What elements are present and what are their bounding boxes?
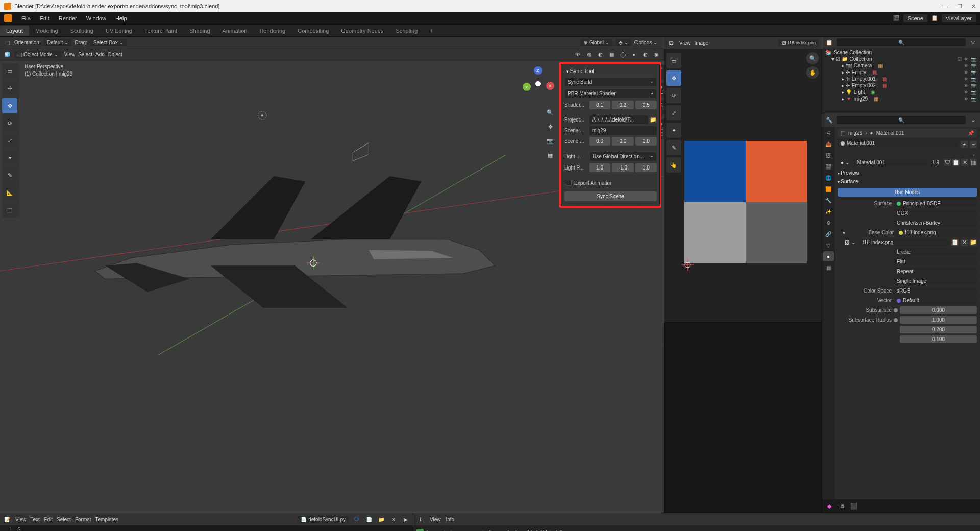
img-tool-sample[interactable]: ▭ xyxy=(666,53,681,68)
blender-logo-icon[interactable] xyxy=(4,14,12,22)
window-close-icon[interactable]: ✕ xyxy=(971,3,976,10)
tex-open[interactable]: 📁 xyxy=(970,239,977,246)
drag-tool-dropdown[interactable]: Select Box ⌄ xyxy=(90,39,127,46)
light-val-2[interactable]: 1.0 xyxy=(635,163,657,172)
menu-edit[interactable]: Edit xyxy=(36,14,54,23)
image-editor-type-icon[interactable]: 🖼 xyxy=(667,39,675,47)
material-name-field[interactable]: Material.001 xyxy=(854,159,927,166)
img-tool-smudge[interactable]: 👆 xyxy=(666,157,681,173)
material-unlink[interactable]: ✕ xyxy=(961,159,968,166)
vp-menu-add[interactable]: Add xyxy=(95,52,105,57)
material-new[interactable]: ▥ xyxy=(970,159,977,166)
img-zoom-icon[interactable]: 🔍 xyxy=(806,52,819,64)
tab-modeling[interactable]: Modeling xyxy=(29,26,64,36)
info-editor-type-icon[interactable]: ℹ xyxy=(416,515,425,523)
text-editor-type-icon[interactable]: 📝 xyxy=(3,515,11,523)
tool-scale[interactable]: ⤢ xyxy=(2,133,17,148)
register-toggle-icon[interactable]: 🛡 xyxy=(353,515,361,523)
view-layer-selector[interactable]: ViewLayer xyxy=(942,14,976,22)
scene-name-field[interactable]: mig29 xyxy=(589,126,657,135)
tool-transform[interactable]: ✦ xyxy=(2,150,17,165)
snap-toggle[interactable]: ⬘ ⌄ xyxy=(616,39,631,46)
color-space-dropdown[interactable]: sRGB xyxy=(894,287,977,295)
export-animation-checkbox[interactable]: Export Animation xyxy=(564,178,657,187)
ptab-physics[interactable]: ⚙ xyxy=(823,218,834,228)
ptab-object[interactable]: 🟧 xyxy=(823,184,834,194)
light-val-0[interactable]: 1.0 xyxy=(589,163,610,172)
sync-scene-button[interactable]: Sync Scene xyxy=(564,191,657,201)
sync-shader-dropdown[interactable]: PBR Material Shader xyxy=(564,89,657,99)
outliner-empty-001[interactable]: ▸ ✛ Empty.001▦👁 📷 xyxy=(824,76,978,82)
persp-toggle-icon[interactable]: ▦ xyxy=(544,149,556,161)
vp-menu-select[interactable]: Select xyxy=(78,52,92,57)
tex-users[interactable]: 📋 xyxy=(951,239,959,246)
scene-val-0[interactable]: 0.0 xyxy=(589,137,610,146)
tab-geometry-nodes[interactable]: Geometry Nodes xyxy=(335,26,389,36)
ptab-world[interactable]: 🌐 xyxy=(823,173,834,183)
tool-add-cube[interactable]: ⬚ xyxy=(2,202,17,218)
img-tool-move[interactable]: ✥ xyxy=(666,70,681,86)
tab-layout[interactable]: Layout xyxy=(0,26,29,36)
text-unlink-icon[interactable]: ✕ xyxy=(389,515,398,523)
material-browse[interactable]: ● ⌄ xyxy=(838,159,852,166)
base-color-input[interactable]: f18-index.png xyxy=(896,229,977,236)
outliner-type-icon[interactable]: 📋 xyxy=(825,38,834,46)
tool-move[interactable]: ✥ xyxy=(2,98,17,113)
shading-rendered-icon[interactable]: ◉ xyxy=(652,51,660,59)
footer-icon-1[interactable]: ◆ xyxy=(825,502,834,510)
viewport-3d[interactable]: ▭ ✛ ✥ ⟳ ⤢ ✦ ✎ 📐 ⬚ User Perspective (1) C… xyxy=(0,60,664,513)
material-slot[interactable]: Material.001 xyxy=(838,139,959,147)
sync-build-dropdown[interactable]: Sync Build xyxy=(564,77,657,87)
window-maximize-icon[interactable]: ☐ xyxy=(957,3,962,10)
ptab-material[interactable]: ● xyxy=(823,251,834,261)
ssr-value-1[interactable]: 0.200 xyxy=(900,326,977,333)
preview-section[interactable]: Preview xyxy=(838,168,977,177)
info-menu-info[interactable]: Info xyxy=(446,517,455,522)
outliner-camera[interactable]: ▸ 📷 Camera▦👁 📷 xyxy=(824,62,978,69)
text-editor-body[interactable]: 12345678910111213 S # ------------------… xyxy=(0,525,413,531)
scene-val-1[interactable]: 0.0 xyxy=(612,137,633,146)
camera-view-icon[interactable]: 📷 xyxy=(544,135,556,147)
scene-val-2[interactable]: 0.0 xyxy=(635,137,657,146)
outliner-search[interactable]: 🔍 xyxy=(837,38,966,46)
tab-add[interactable]: + xyxy=(424,26,439,36)
ptab-texture[interactable]: ▦ xyxy=(823,262,834,273)
img-menu-image[interactable]: Image xyxy=(695,40,709,46)
source-dropdown[interactable]: Single Image xyxy=(894,277,977,285)
overlay-toggle-icon[interactable]: ◐ xyxy=(596,51,604,59)
header-options[interactable]: Options ⌄ xyxy=(634,40,660,45)
menu-file[interactable]: File xyxy=(17,14,35,23)
ptab-particle[interactable]: ✨ xyxy=(823,206,834,216)
text-new-icon[interactable]: 📄 xyxy=(365,515,373,523)
shader-val-0[interactable]: 0.1 xyxy=(589,101,610,109)
ptab-viewlayer[interactable]: 🖼 xyxy=(823,150,834,160)
distribution-dropdown[interactable]: GGX xyxy=(894,209,977,217)
img-tool-annotate[interactable]: ✎ xyxy=(666,140,681,155)
img-menu-view[interactable]: View xyxy=(679,40,691,46)
shader-val-2[interactable]: 0.5 xyxy=(635,101,657,109)
interpolation-dropdown[interactable]: Linear xyxy=(894,248,977,256)
projection-dropdown[interactable]: Flat xyxy=(894,258,977,266)
outliner-empty-002[interactable]: ▸ ✛ Empty.002▦👁 📷 xyxy=(824,82,978,89)
tab-rendering[interactable]: Rendering xyxy=(253,26,291,36)
extension-dropdown[interactable]: Repeat xyxy=(894,268,977,275)
light-val-1[interactable]: -1.0 xyxy=(612,163,633,172)
te-menu-format[interactable]: Format xyxy=(75,517,91,522)
viewport-editor-icon[interactable]: 🧊 xyxy=(3,51,11,59)
props-options-icon[interactable]: ⌄ xyxy=(969,116,977,124)
tool-rotate[interactable]: ⟳ xyxy=(2,115,17,131)
material-slot-nav[interactable]: ⌄ xyxy=(838,151,977,159)
tool-select-box[interactable]: ▭ xyxy=(2,63,17,79)
tool-cursor[interactable]: ✛ xyxy=(2,81,17,96)
material-add-button[interactable]: + xyxy=(961,141,968,148)
pin-icon[interactable]: 📌 xyxy=(968,130,974,136)
shading-wire-icon[interactable]: ◯ xyxy=(619,51,627,59)
material-remove-button[interactable]: − xyxy=(970,141,977,148)
xray-icon[interactable]: ▦ xyxy=(607,51,616,59)
select-visibility-icon[interactable]: 👁 xyxy=(574,51,582,59)
img-pan-icon[interactable]: ✋ xyxy=(806,66,819,79)
img-tool-transform[interactable]: ✦ xyxy=(666,123,681,138)
text-open-icon[interactable]: 📁 xyxy=(377,515,385,523)
ssr-value-2[interactable]: 0.100 xyxy=(900,335,977,343)
img-tool-rotate[interactable]: ⟳ xyxy=(666,88,681,103)
